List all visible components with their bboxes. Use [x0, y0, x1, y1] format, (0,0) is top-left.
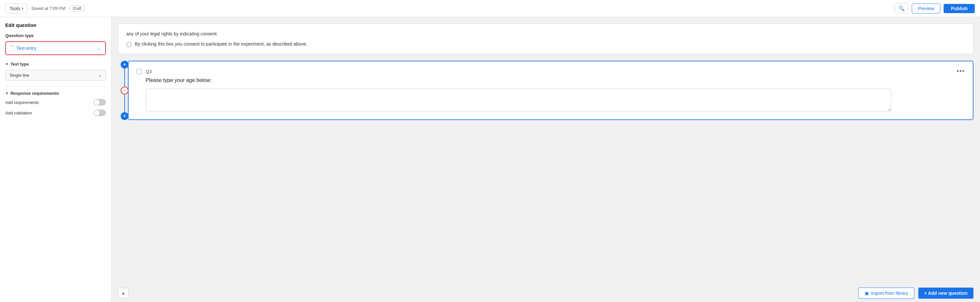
draft-badge: Draft	[69, 5, 85, 12]
question-card-wrapper: + − + Q3 ••• Please type your age below:	[118, 60, 974, 120]
tools-button[interactable]: Tools ▾	[5, 3, 27, 13]
text-type-section: ▼ Text type Single line ⌄	[5, 62, 106, 81]
text-type-label: Text type	[11, 62, 29, 67]
bottom-actions: ▣ Import from library + Add new question	[858, 288, 974, 299]
remove-button[interactable]: −	[121, 87, 129, 94]
response-label: Response requirements	[11, 91, 59, 96]
sidebar: Edit question Question type ⎴ Text entry…	[0, 17, 111, 302]
question-type-inner: ⎴ Text entry	[11, 45, 37, 51]
question-checkbox[interactable]	[137, 69, 142, 74]
content-area: any of your legal rights by indicating c…	[111, 17, 980, 284]
question-type-label: Question type	[5, 33, 106, 38]
question-text: Please type your age below:	[146, 77, 965, 83]
response-header[interactable]: ▼ Response requirements	[5, 91, 106, 96]
text-type-arrow-icon: ▼	[5, 62, 8, 66]
text-entry-icon: ⎴	[11, 45, 14, 51]
add-below-button[interactable]: +	[121, 112, 129, 120]
add-requirements-toggle[interactable]	[94, 99, 106, 106]
question-type-value: Text entry	[16, 46, 37, 51]
search-icon: 🔍	[898, 6, 905, 11]
consent-option-text: By clicking this box you consent to part…	[135, 41, 307, 46]
question-id: Q3	[146, 69, 953, 74]
tools-label: Tools	[10, 6, 20, 11]
add-validation-row: Add validation	[5, 110, 106, 116]
preview-button[interactable]: Preview	[912, 3, 941, 13]
timeline-line	[124, 68, 125, 87]
add-new-question-button[interactable]: + Add new question	[918, 288, 974, 299]
collapse-icon: ▲	[121, 291, 125, 296]
question-menu-button[interactable]: •••	[957, 68, 965, 75]
question-type-dropdown[interactable]: ⎴ Text entry ⌄	[5, 41, 106, 55]
timeline: + − +	[121, 60, 129, 120]
consent-text: any of your legal rights by indicating c…	[126, 30, 965, 37]
collapse-button[interactable]: ▲	[118, 288, 129, 299]
import-from-library-button[interactable]: ▣ Import from library	[858, 288, 915, 299]
add-question-label: + Add new question	[924, 291, 967, 296]
add-validation-toggle[interactable]	[94, 110, 106, 116]
text-type-chevron-icon: ⌄	[98, 73, 102, 78]
consent-radio[interactable]	[126, 42, 132, 47]
saved-status: Saved at 7:09 PM	[32, 6, 65, 11]
bottom-bar: ▲ ▣ Import from library + Add new questi…	[111, 284, 980, 302]
question-header: Q3 •••	[137, 68, 965, 75]
add-requirements-row: Add requirements	[5, 99, 106, 106]
question-card: Q3 ••• Please type your age below:	[128, 60, 974, 120]
import-icon: ▣	[865, 291, 869, 296]
tools-chevron-icon: ▾	[22, 6, 23, 10]
text-type-dropdown[interactable]: Single line ⌄	[5, 70, 106, 81]
question-type-chevron-icon: ⌄	[97, 46, 101, 51]
main-layout: Edit question Question type ⎴ Text entry…	[0, 17, 980, 302]
add-validation-label: Add validation	[5, 111, 32, 115]
search-button[interactable]: 🔍	[895, 3, 908, 14]
toolbar-right: 🔍 Preview Publish	[895, 3, 975, 14]
add-requirements-label: Add requirements	[5, 100, 39, 105]
toolbar-left: Tools ▾ Saved at 7:09 PM Draft	[5, 3, 85, 13]
toolbar: Tools ▾ Saved at 7:09 PM Draft 🔍 Preview…	[0, 0, 980, 17]
consent-option: By clicking this box you consent to part…	[126, 41, 965, 47]
response-arrow-icon: ▼	[5, 92, 8, 95]
question-text-input[interactable]	[146, 89, 891, 111]
sidebar-title: Edit question	[5, 22, 106, 28]
text-type-value: Single line	[10, 73, 29, 78]
text-type-header[interactable]: ▼ Text type	[5, 62, 106, 67]
import-label: Import from library	[871, 291, 908, 296]
add-above-button[interactable]: +	[121, 60, 129, 68]
publish-button[interactable]: Publish	[943, 4, 975, 13]
response-section: ▼ Response requirements Add requirements…	[5, 91, 106, 116]
consent-card: any of your legal rights by indicating c…	[118, 24, 974, 54]
timeline-line-2	[124, 94, 125, 113]
